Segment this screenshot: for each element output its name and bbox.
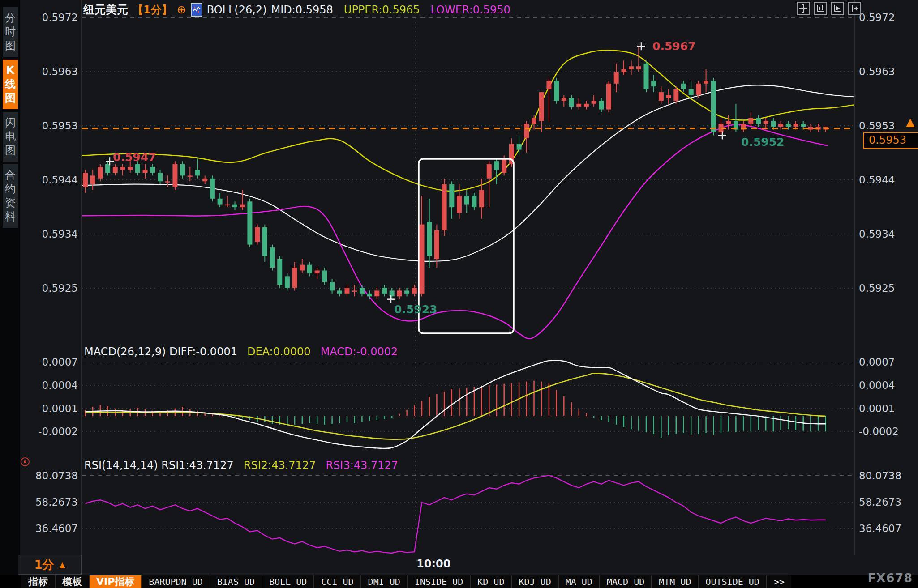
- svg-text:58.2673: 58.2673: [35, 496, 78, 508]
- tab-biasud[interactable]: BIAS_UD: [210, 575, 262, 588]
- svg-text:36.4607: 36.4607: [859, 523, 901, 534]
- fit-chart-icon[interactable]: [814, 2, 827, 15]
- tab-maud[interactable]: MA_UD: [558, 575, 599, 588]
- svg-text:0.5972: 0.5972: [42, 12, 78, 23]
- period-dropdown-icon: ▲: [60, 560, 65, 569]
- svg-text:36.4607: 36.4607: [35, 523, 78, 534]
- period-value: 1分: [34, 557, 54, 573]
- tab-[interactable]: 指标: [21, 575, 55, 588]
- tab-kdjud[interactable]: KDJ_UD: [511, 575, 558, 588]
- crosshair-circle-icon[interactable]: ⊕: [177, 4, 186, 15]
- macd-value: MACD:-0.0002: [321, 345, 398, 358]
- rsi-title: RSI(14,14,14): [84, 459, 161, 472]
- period-selector[interactable]: 1分 ▲: [18, 555, 82, 575]
- chart-header: 纽元美元 【1分】 ⊕ BOLL(26,2) MID:0.5958 UPPER:…: [83, 2, 510, 17]
- pan-crosshair-icon[interactable]: [797, 2, 810, 15]
- tab-dmiud[interactable]: DMI_UD: [360, 575, 407, 588]
- tab-cciud[interactable]: CCI_UD: [313, 575, 360, 588]
- svg-text:0.5953: 0.5953: [859, 120, 895, 132]
- sidebar-item-3[interactable]: 合约资料: [3, 164, 18, 228]
- macd-title: MACD(26,12,9): [84, 345, 169, 358]
- boll-upper-value: UPPER:0.5965: [344, 4, 420, 16]
- tab-kdud[interactable]: KD_UD: [470, 575, 511, 588]
- period-label: 【1分】: [133, 3, 172, 17]
- sidebar: 分时图K线图闪电图合约资料: [0, 0, 20, 588]
- rsi2-value: RSI2:43.7127: [244, 459, 316, 472]
- svg-text:80.0738: 80.0738: [859, 470, 901, 481]
- svg-text:0.5947: 0.5947: [113, 151, 156, 164]
- svg-text:0.0004: 0.0004: [42, 379, 78, 391]
- tab-mtmud[interactable]: MTM_UD: [651, 575, 698, 588]
- price-up-arrow-icon: ▲: [906, 115, 914, 128]
- svg-text:0.5967: 0.5967: [652, 40, 695, 53]
- svg-text:0.5934: 0.5934: [859, 228, 895, 240]
- svg-text:80.0738: 80.0738: [35, 470, 78, 481]
- svg-text:0.5972: 0.5972: [859, 12, 895, 23]
- tab-insideud[interactable]: INSIDE_UD: [407, 575, 470, 588]
- current-price-tag: 0.5953: [863, 132, 918, 149]
- svg-text:58.2673: 58.2673: [859, 496, 901, 508]
- svg-text:-0.0002: -0.0002: [38, 426, 78, 437]
- price-chart-canvas[interactable]: 0.59720.59720.59630.59630.59530.59530.59…: [0, 0, 918, 588]
- tab-outsideud[interactable]: OUTSIDE_UD: [698, 575, 766, 588]
- sidebar-item-0[interactable]: 分时图: [3, 7, 18, 57]
- shift-right-icon[interactable]: [848, 2, 861, 15]
- brand-watermark: FX678: [867, 571, 913, 585]
- svg-text:0.0001: 0.0001: [859, 403, 895, 414]
- tab-[interactable]: >>: [766, 575, 791, 588]
- svg-text:0.5923: 0.5923: [394, 303, 437, 316]
- svg-text:0.5944: 0.5944: [42, 174, 78, 186]
- indicator-dot-icon: [21, 457, 30, 466]
- svg-text:0.5944: 0.5944: [859, 174, 895, 186]
- svg-text:0.0004: 0.0004: [859, 379, 895, 391]
- svg-text:0.5925: 0.5925: [42, 282, 78, 294]
- rsi-header: RSI(14,14,14) RSI1:43.7127 RSI2:43.7127 …: [84, 459, 398, 472]
- tab-vip[interactable]: VIP指标: [89, 575, 141, 588]
- tab-barupdnud[interactable]: BARUPDN_UD: [141, 575, 209, 588]
- boll-mid-value: MID:0.5958: [271, 4, 333, 16]
- svg-text:0.5934: 0.5934: [42, 228, 78, 240]
- rsi1-value: RSI1:43.7127: [161, 459, 234, 472]
- time-axis-label: 10:00: [416, 558, 450, 570]
- svg-text:0.5925: 0.5925: [859, 282, 895, 294]
- candlestick-chart-icon[interactable]: [191, 3, 202, 17]
- tab-macdud[interactable]: MACD_UD: [599, 575, 651, 588]
- svg-text:-0.0002: -0.0002: [859, 426, 899, 437]
- boll-settings-label: BOLL(26,2): [207, 4, 267, 16]
- svg-text:0.0007: 0.0007: [859, 356, 895, 368]
- svg-text:0.0001: 0.0001: [42, 403, 78, 414]
- macd-diff-value: DIFF:-0.0001: [169, 345, 237, 358]
- rsi3-value: RSI3:43.7127: [326, 459, 398, 472]
- svg-text:0.5953: 0.5953: [42, 120, 78, 132]
- macd-dea-value: DEA:0.0000: [247, 345, 311, 358]
- svg-text:0.5963: 0.5963: [859, 66, 895, 77]
- svg-text:0.0007: 0.0007: [42, 356, 78, 368]
- symbol-name: 纽元美元: [83, 2, 128, 17]
- sidebar-item-1[interactable]: K线图: [3, 60, 18, 109]
- macd-header: MACD(26,12,9) DIFF:-0.0001 DEA:0.0000 MA…: [84, 345, 398, 358]
- boll-lower-value: LOWER:0.5950: [431, 4, 510, 16]
- auto-scale-icon[interactable]: [831, 2, 844, 15]
- sidebar-item-2[interactable]: 闪电图: [3, 112, 18, 162]
- tab-bollud[interactable]: BOLL_UD: [262, 575, 313, 588]
- trading-app: { "header": { "symbol": "纽元美元", "period"…: [0, 0, 918, 588]
- chart-toolbar: [797, 2, 861, 15]
- tab-[interactable]: 模板: [55, 575, 89, 588]
- svg-text:0.5963: 0.5963: [42, 66, 78, 77]
- svg-text:0.5952: 0.5952: [741, 136, 784, 149]
- indicator-tabbar: 指标模板VIP指标BARUPDN_UDBIAS_UDBOLL_UDCCI_UDD…: [0, 575, 918, 588]
